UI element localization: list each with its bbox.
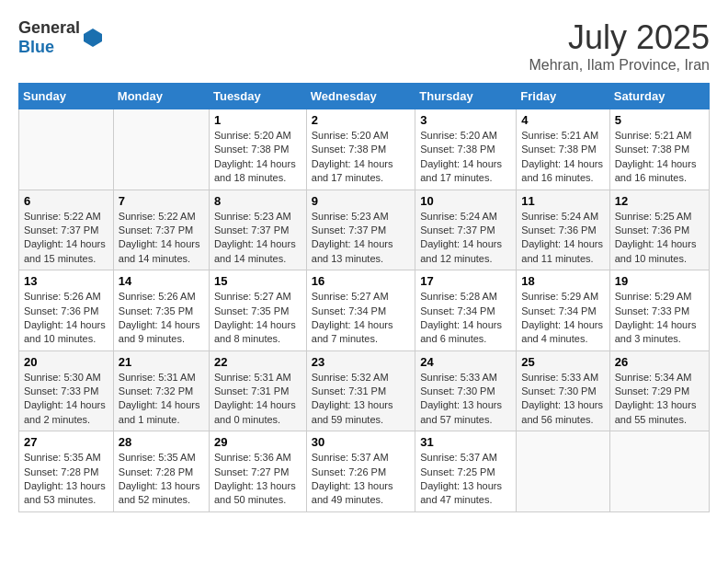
day-info: Sunrise: 5:21 AMSunset: 7:38 PMDaylight:… bbox=[615, 129, 704, 186]
day-info: Sunrise: 5:23 AMSunset: 7:37 PMDaylight:… bbox=[214, 210, 301, 267]
day-cell: 26Sunrise: 5:34 AMSunset: 7:29 PMDayligh… bbox=[609, 350, 709, 431]
day-number: 25 bbox=[521, 355, 604, 369]
day-number: 2 bbox=[312, 113, 410, 127]
day-number: 14 bbox=[119, 274, 204, 288]
day-number: 27 bbox=[24, 435, 108, 449]
day-info: Sunrise: 5:29 AMSunset: 7:33 PMDaylight:… bbox=[615, 290, 704, 347]
day-number: 23 bbox=[312, 355, 410, 369]
day-number: 19 bbox=[615, 274, 704, 288]
day-cell: 23Sunrise: 5:32 AMSunset: 7:31 PMDayligh… bbox=[306, 350, 415, 431]
day-cell: 9Sunrise: 5:23 AMSunset: 7:37 PMDaylight… bbox=[306, 190, 415, 270]
day-number: 3 bbox=[420, 113, 511, 127]
logo-blue: Blue bbox=[18, 38, 54, 56]
day-number: 6 bbox=[24, 194, 108, 208]
day-number: 1 bbox=[214, 113, 301, 127]
day-cell: 27Sunrise: 5:35 AMSunset: 7:28 PMDayligh… bbox=[19, 431, 114, 512]
day-info: Sunrise: 5:22 AMSunset: 7:37 PMDaylight:… bbox=[119, 210, 204, 267]
day-number: 4 bbox=[521, 113, 604, 127]
day-cell: 4Sunrise: 5:21 AMSunset: 7:38 PMDaylight… bbox=[517, 109, 609, 190]
week-row-5: 27Sunrise: 5:35 AMSunset: 7:28 PMDayligh… bbox=[19, 431, 710, 512]
day-info: Sunrise: 5:31 AMSunset: 7:32 PMDaylight:… bbox=[119, 371, 204, 428]
day-cell: 1Sunrise: 5:20 AMSunset: 7:38 PMDaylight… bbox=[209, 109, 306, 190]
day-info: Sunrise: 5:30 AMSunset: 7:33 PMDaylight:… bbox=[24, 371, 108, 428]
day-cell bbox=[113, 109, 209, 190]
day-cell bbox=[517, 431, 609, 512]
day-of-week-thursday: Thursday bbox=[415, 84, 517, 109]
day-info: Sunrise: 5:32 AMSunset: 7:31 PMDaylight:… bbox=[312, 371, 410, 428]
month-title: July 2025 bbox=[529, 18, 710, 57]
week-row-1: 1Sunrise: 5:20 AMSunset: 7:38 PMDaylight… bbox=[19, 109, 710, 190]
day-info: Sunrise: 5:27 AMSunset: 7:35 PMDaylight:… bbox=[214, 290, 301, 347]
day-info: Sunrise: 5:31 AMSunset: 7:31 PMDaylight:… bbox=[214, 371, 301, 428]
day-info: Sunrise: 5:26 AMSunset: 7:36 PMDaylight:… bbox=[24, 290, 108, 347]
day-cell: 21Sunrise: 5:31 AMSunset: 7:32 PMDayligh… bbox=[113, 350, 209, 431]
day-of-week-wednesday: Wednesday bbox=[306, 84, 415, 109]
day-info: Sunrise: 5:20 AMSunset: 7:38 PMDaylight:… bbox=[312, 129, 410, 186]
day-info: Sunrise: 5:24 AMSunset: 7:36 PMDaylight:… bbox=[521, 210, 604, 267]
day-number: 29 bbox=[214, 435, 301, 449]
day-number: 7 bbox=[119, 194, 204, 208]
day-number: 10 bbox=[420, 194, 511, 208]
day-of-week-friday: Friday bbox=[517, 84, 609, 109]
day-cell: 12Sunrise: 5:25 AMSunset: 7:36 PMDayligh… bbox=[609, 190, 709, 270]
day-cell: 15Sunrise: 5:27 AMSunset: 7:35 PMDayligh… bbox=[209, 270, 306, 351]
day-number: 28 bbox=[119, 435, 204, 449]
day-cell: 24Sunrise: 5:33 AMSunset: 7:30 PMDayligh… bbox=[415, 350, 517, 431]
day-info: Sunrise: 5:37 AMSunset: 7:25 PMDaylight:… bbox=[420, 451, 511, 508]
day-info: Sunrise: 5:34 AMSunset: 7:29 PMDaylight:… bbox=[615, 371, 704, 428]
day-number: 5 bbox=[615, 113, 704, 127]
day-number: 22 bbox=[214, 355, 301, 369]
day-info: Sunrise: 5:26 AMSunset: 7:35 PMDaylight:… bbox=[119, 290, 204, 347]
day-number: 17 bbox=[420, 274, 511, 288]
day-cell: 3Sunrise: 5:20 AMSunset: 7:38 PMDaylight… bbox=[415, 109, 517, 190]
day-cell: 19Sunrise: 5:29 AMSunset: 7:33 PMDayligh… bbox=[609, 270, 709, 351]
day-number: 9 bbox=[312, 194, 410, 208]
week-row-3: 13Sunrise: 5:26 AMSunset: 7:36 PMDayligh… bbox=[19, 270, 710, 351]
day-number: 21 bbox=[119, 355, 204, 369]
day-cell bbox=[19, 109, 114, 190]
day-of-week-sunday: Sunday bbox=[19, 84, 114, 109]
days-header-row: SundayMondayTuesdayWednesdayThursdayFrid… bbox=[19, 84, 710, 109]
day-info: Sunrise: 5:20 AMSunset: 7:38 PMDaylight:… bbox=[214, 129, 301, 186]
logo-text: General Blue bbox=[18, 18, 80, 57]
day-info: Sunrise: 5:25 AMSunset: 7:36 PMDaylight:… bbox=[615, 210, 704, 267]
day-cell: 22Sunrise: 5:31 AMSunset: 7:31 PMDayligh… bbox=[209, 350, 306, 431]
day-info: Sunrise: 5:27 AMSunset: 7:34 PMDaylight:… bbox=[312, 290, 410, 347]
day-info: Sunrise: 5:22 AMSunset: 7:37 PMDaylight:… bbox=[24, 210, 108, 267]
day-cell: 20Sunrise: 5:30 AMSunset: 7:33 PMDayligh… bbox=[19, 350, 114, 431]
day-cell: 6Sunrise: 5:22 AMSunset: 7:37 PMDaylight… bbox=[19, 190, 114, 270]
day-cell: 14Sunrise: 5:26 AMSunset: 7:35 PMDayligh… bbox=[113, 270, 209, 351]
logo-general: General bbox=[18, 18, 80, 37]
day-cell: 28Sunrise: 5:35 AMSunset: 7:28 PMDayligh… bbox=[113, 431, 209, 512]
day-cell: 8Sunrise: 5:23 AMSunset: 7:37 PMDaylight… bbox=[209, 190, 306, 270]
day-of-week-tuesday: Tuesday bbox=[209, 84, 306, 109]
day-info: Sunrise: 5:33 AMSunset: 7:30 PMDaylight:… bbox=[420, 371, 511, 428]
day-cell: 30Sunrise: 5:37 AMSunset: 7:26 PMDayligh… bbox=[306, 431, 415, 512]
day-of-week-saturday: Saturday bbox=[609, 84, 709, 109]
day-cell: 10Sunrise: 5:24 AMSunset: 7:37 PMDayligh… bbox=[415, 190, 517, 270]
day-cell: 29Sunrise: 5:36 AMSunset: 7:27 PMDayligh… bbox=[209, 431, 306, 512]
logo-icon bbox=[82, 27, 104, 49]
day-number: 15 bbox=[214, 274, 301, 288]
day-cell: 13Sunrise: 5:26 AMSunset: 7:36 PMDayligh… bbox=[19, 270, 114, 351]
week-row-4: 20Sunrise: 5:30 AMSunset: 7:33 PMDayligh… bbox=[19, 350, 710, 431]
location-title: Mehran, Ilam Province, Iran bbox=[529, 57, 710, 74]
day-cell: 5Sunrise: 5:21 AMSunset: 7:38 PMDaylight… bbox=[609, 109, 709, 190]
day-number: 26 bbox=[615, 355, 704, 369]
day-info: Sunrise: 5:35 AMSunset: 7:28 PMDaylight:… bbox=[119, 451, 204, 508]
day-number: 8 bbox=[214, 194, 301, 208]
day-cell: 31Sunrise: 5:37 AMSunset: 7:25 PMDayligh… bbox=[415, 431, 517, 512]
day-info: Sunrise: 5:24 AMSunset: 7:37 PMDaylight:… bbox=[420, 210, 511, 267]
day-number: 31 bbox=[420, 435, 511, 449]
day-number: 16 bbox=[312, 274, 410, 288]
day-cell bbox=[609, 431, 709, 512]
day-of-week-monday: Monday bbox=[113, 84, 209, 109]
day-cell: 2Sunrise: 5:20 AMSunset: 7:38 PMDaylight… bbox=[306, 109, 415, 190]
day-cell: 16Sunrise: 5:27 AMSunset: 7:34 PMDayligh… bbox=[306, 270, 415, 351]
day-info: Sunrise: 5:20 AMSunset: 7:38 PMDaylight:… bbox=[420, 129, 511, 186]
day-info: Sunrise: 5:21 AMSunset: 7:38 PMDaylight:… bbox=[521, 129, 604, 186]
week-row-2: 6Sunrise: 5:22 AMSunset: 7:37 PMDaylight… bbox=[19, 190, 710, 270]
day-info: Sunrise: 5:23 AMSunset: 7:37 PMDaylight:… bbox=[312, 210, 410, 267]
day-cell: 17Sunrise: 5:28 AMSunset: 7:34 PMDayligh… bbox=[415, 270, 517, 351]
day-number: 20 bbox=[24, 355, 108, 369]
